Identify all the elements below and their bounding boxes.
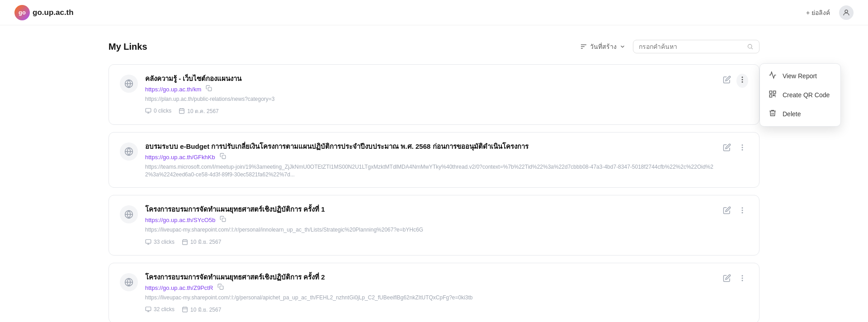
globe-icon xyxy=(120,205,138,223)
header-right: + ย่อลิงค์ xyxy=(806,5,854,20)
svg-point-49 xyxy=(742,275,743,276)
copy-button[interactable] xyxy=(206,85,212,93)
card-link-row: https://go.up.ac.th/SYcO5b xyxy=(145,216,714,223)
card-title: โครงการอบรมการจัดทำแผนยุทธศาสตร์เชิงปฏิบ… xyxy=(145,272,714,282)
header: go go.up.ac.th + ย่อลิงค์ xyxy=(0,0,868,25)
svg-point-39 xyxy=(742,210,743,211)
svg-rect-32 xyxy=(222,218,226,222)
create-qr-item[interactable]: Create QR Code xyxy=(760,85,840,104)
svg-point-51 xyxy=(742,280,743,281)
svg-point-0 xyxy=(845,10,848,13)
logo-text: go.up.ac.th xyxy=(33,8,74,17)
chevron-down-icon xyxy=(619,43,626,50)
card-actions xyxy=(721,272,748,286)
create-button[interactable]: + ย่อลิงค์ xyxy=(806,8,830,18)
edit-button[interactable] xyxy=(721,272,733,286)
page-title: My Links xyxy=(108,42,147,52)
svg-rect-33 xyxy=(146,239,151,243)
search-box xyxy=(633,40,760,53)
sort-button[interactable]: วันที่สร้าง xyxy=(580,42,626,52)
clicks-icon xyxy=(145,239,151,245)
card-actions xyxy=(721,74,748,88)
link-card: โครงการอบรมการจัดทำแผนยุทธศาสตร์เชิงปฏิบ… xyxy=(108,195,760,256)
card-short-link[interactable]: https://go.up.ac.th/km xyxy=(145,86,201,93)
copy-button[interactable] xyxy=(220,153,226,161)
card-meta: 32 clicks 10 มิ.ย. 2567 xyxy=(145,305,714,314)
calendar-icon xyxy=(182,239,188,245)
clicks-meta: 33 clicks xyxy=(145,239,175,245)
dropdown-menu: View Report Create QR Code xyxy=(760,63,841,127)
card-title: โครงการอบรมการจัดทำแผนยุทธศาสตร์เชิงปฏิบ… xyxy=(145,204,714,214)
svg-rect-44 xyxy=(146,307,151,311)
logo: go go.up.ac.th xyxy=(14,5,74,20)
card-short-link[interactable]: https://go.up.ac.th/Z9PctR xyxy=(145,284,213,291)
view-report-item[interactable]: View Report xyxy=(760,66,840,85)
card-actions xyxy=(721,204,748,218)
svg-point-16 xyxy=(742,82,743,83)
edit-button[interactable] xyxy=(721,74,733,88)
svg-point-38 xyxy=(742,208,743,208)
svg-rect-8 xyxy=(208,87,212,91)
card-full-url: https://liveupac-my.sharepoint.com/:l:/g… xyxy=(145,294,714,302)
toolbar: My Links วันที่สร้าง xyxy=(108,40,760,53)
more-button[interactable] xyxy=(736,74,748,88)
clicks-icon xyxy=(145,108,151,114)
more-button[interactable] xyxy=(736,142,748,156)
globe-icon xyxy=(120,75,138,93)
toolbar-right: วันที่สร้าง xyxy=(580,40,760,53)
svg-rect-10 xyxy=(179,109,184,114)
globe-icon xyxy=(120,142,138,161)
date-meta: 10 มิ.ย. 2567 xyxy=(182,237,221,246)
copy-button[interactable] xyxy=(220,216,226,223)
card-actions xyxy=(721,142,748,156)
clicks-meta: 32 clicks xyxy=(145,306,175,313)
svg-line-5 xyxy=(752,48,753,49)
svg-point-40 xyxy=(742,213,743,213)
clicks-meta: 0 clicks xyxy=(145,108,171,114)
main-content: My Links วันที่สร้าง xyxy=(72,25,796,322)
copy-button[interactable] xyxy=(217,284,224,291)
card-full-url: https://teams.microsoft.com/l/meetup-joi… xyxy=(145,163,714,179)
links-list: คลังความรู้ - เว็บไซต์กองแผนงาน https://… xyxy=(108,64,760,322)
avatar-button[interactable] xyxy=(839,5,854,20)
svg-rect-17 xyxy=(769,91,772,93)
search-icon xyxy=(747,43,754,50)
svg-rect-34 xyxy=(183,240,188,245)
calendar-icon xyxy=(182,306,188,313)
qr-icon xyxy=(768,90,777,100)
card-short-link[interactable]: https://go.up.ac.th/GFkhKb xyxy=(145,154,215,161)
link-card: คลังความรู้ - เว็บไซต์กองแผนงาน https://… xyxy=(108,64,760,125)
chart-icon xyxy=(768,71,777,81)
card-link-row: https://go.up.ac.th/GFkhKb xyxy=(145,153,714,161)
more-button[interactable] xyxy=(736,272,748,286)
edit-button[interactable] xyxy=(721,142,733,156)
link-card: อบรมระบบ e-Budget การปรับเกลี่ยเงินโครงก… xyxy=(108,132,760,188)
svg-rect-43 xyxy=(220,286,223,289)
card-full-url: https://liveupac-my.sharepoint.com/:l:/r… xyxy=(145,226,714,234)
card-link-row: https://go.up.ac.th/Z9PctR xyxy=(145,284,714,291)
globe-icon xyxy=(120,273,138,291)
edit-button[interactable] xyxy=(721,204,733,218)
search-input[interactable] xyxy=(639,43,743,50)
more-button[interactable] xyxy=(736,204,748,218)
trash-icon xyxy=(768,109,777,119)
card-title: อบรมระบบ e-Budget การปรับเกลี่ยเงินโครงก… xyxy=(145,142,714,151)
date-meta: 10 ต.ค. 2567 xyxy=(179,107,218,115)
logo-icon: go xyxy=(14,5,30,20)
clicks-icon xyxy=(145,306,151,313)
card-title: คลังความรู้ - เว็บไซต์กองแผนงาน xyxy=(145,74,714,83)
svg-rect-18 xyxy=(774,91,776,93)
card-link-row: https://go.up.ac.th/km xyxy=(145,85,714,93)
card-short-link[interactable]: https://go.up.ac.th/SYcO5b xyxy=(145,217,215,223)
svg-point-50 xyxy=(742,278,743,279)
svg-point-28 xyxy=(742,147,743,148)
card-content: โครงการอบรมการจัดทำแผนยุทธศาสตร์เชิงปฏิบ… xyxy=(145,272,714,314)
card-meta: 0 clicks 10 ต.ค. 2567 xyxy=(145,107,714,115)
svg-rect-20 xyxy=(774,95,774,96)
svg-rect-26 xyxy=(222,155,226,159)
svg-point-29 xyxy=(742,149,743,150)
delete-item[interactable]: Delete xyxy=(760,104,840,123)
svg-point-4 xyxy=(748,44,752,48)
date-meta: 10 มิ.ย. 2567 xyxy=(182,305,221,314)
svg-rect-9 xyxy=(146,109,151,112)
